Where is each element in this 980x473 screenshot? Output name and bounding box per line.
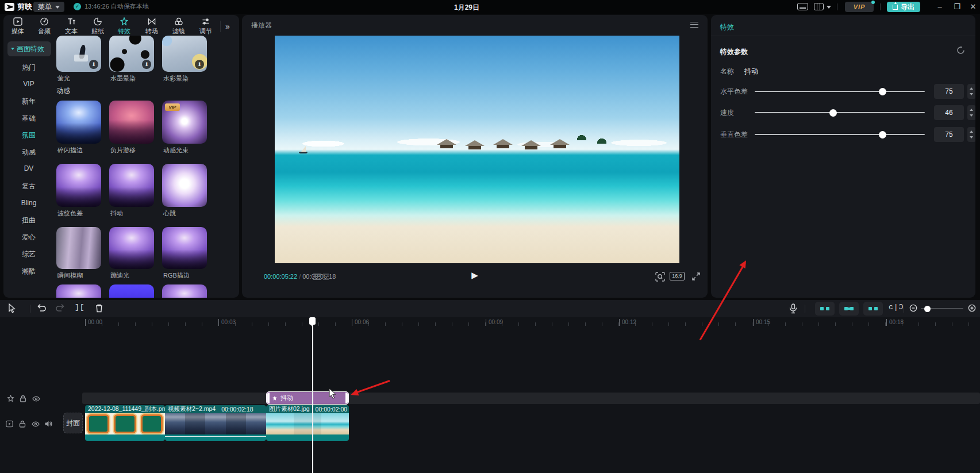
timeline-clip-png[interactable]: 2022-12-08_111449_副本.png 00:0 xyxy=(85,405,165,441)
export-button[interactable]: 导出 xyxy=(887,2,920,12)
playhead[interactable] xyxy=(312,317,313,473)
value-stepper[interactable] xyxy=(967,127,975,142)
hide-track-icon[interactable] xyxy=(32,420,40,430)
sidebar-item-dv[interactable]: DV xyxy=(3,164,54,172)
sidebar-item-variety[interactable]: 综艺 xyxy=(3,249,54,259)
layout-switch-icon[interactable] xyxy=(814,3,824,10)
effect-name: 动感光束 xyxy=(163,146,213,155)
effect-card[interactable] xyxy=(109,284,154,298)
link-clips-toggle[interactable] xyxy=(863,302,883,316)
record-voiceover-icon[interactable] xyxy=(789,303,798,316)
sidebar-item-love[interactable]: 爱心 xyxy=(3,233,54,243)
redo-icon[interactable] xyxy=(55,303,65,315)
clip-label: 图片素材02.jpg 00:00:02:00 xyxy=(266,405,349,413)
auto-snap-toggle[interactable] xyxy=(839,302,859,316)
frame-preview-icon[interactable] xyxy=(313,274,321,280)
vip-button[interactable]: VIP xyxy=(845,2,874,12)
timeline-toolbar: ][ c|Ɔ xyxy=(0,300,980,317)
slider-value-input[interactable]: 75 xyxy=(934,84,964,99)
sidebar-item-dynamic[interactable]: 动感 xyxy=(3,148,54,157)
play-button[interactable]: ▶ xyxy=(471,270,478,280)
reset-icon[interactable] xyxy=(956,46,965,55)
slider-track[interactable] xyxy=(755,134,925,135)
playhead-handle[interactable] xyxy=(309,317,316,325)
effect-card[interactable] xyxy=(109,101,154,144)
value-stepper[interactable] xyxy=(967,84,975,99)
split-clip-icon[interactable]: ][ xyxy=(75,303,85,312)
effect-card[interactable]: ⬇ xyxy=(109,36,154,72)
value-stepper[interactable] xyxy=(967,105,975,120)
maximize-button[interactable]: ❐ xyxy=(950,0,964,14)
effect-name: 萤光 xyxy=(57,74,107,83)
aspect-ratio-button[interactable]: 16:9 xyxy=(670,272,685,280)
preview-quality-icon[interactable] xyxy=(655,272,665,284)
effect-track[interactable] xyxy=(82,393,980,404)
tab-effects[interactable]: 特效 xyxy=(112,17,137,36)
sidebar-item-basic[interactable]: 基础 xyxy=(3,114,54,124)
tab-adjust[interactable]: 调节 xyxy=(193,17,218,36)
select-tool-icon[interactable] xyxy=(8,303,17,316)
minimize-button[interactable]: – xyxy=(932,0,947,14)
mute-track-icon[interactable] xyxy=(44,420,52,430)
zoom-in-icon[interactable] xyxy=(968,304,977,315)
effect-card[interactable] xyxy=(162,227,207,269)
effect-card[interactable]: ⬇ xyxy=(56,36,101,72)
slider-handle[interactable] xyxy=(879,131,886,139)
sidebar-item-cool[interactable]: 潮酷 xyxy=(3,267,54,276)
tab-sticker[interactable]: 贴纸 xyxy=(85,17,110,36)
menu-button[interactable]: 菜单 xyxy=(33,2,64,12)
timeline-ruler[interactable]: 00:00 00:03 00:06 00:09 00:12 00:15 00:1… xyxy=(0,317,980,329)
delete-icon[interactable] xyxy=(95,303,103,315)
effect-card[interactable] xyxy=(162,164,207,207)
zoom-slider-handle[interactable] xyxy=(924,306,931,312)
timeline-clip-mp4[interactable]: 视频素材2~2.mp4 00:00:02:18 xyxy=(165,405,266,441)
tab-audio[interactable]: 音频 xyxy=(32,17,57,36)
tab-transition[interactable]: 转场 xyxy=(139,17,164,36)
divider xyxy=(805,305,805,313)
cover-button[interactable]: 封面 xyxy=(63,413,83,433)
lock-track-icon[interactable] xyxy=(20,394,26,405)
timeline-area[interactable]: 00:00 00:03 00:06 00:09 00:12 00:15 00:1… xyxy=(0,317,980,473)
slider-handle[interactable] xyxy=(829,109,837,117)
effect-card[interactable] xyxy=(56,227,101,269)
timeline-zoom-slider[interactable] xyxy=(921,308,963,309)
sidebar-item-bling[interactable]: Bling xyxy=(3,199,54,207)
sidebar-item-distort[interactable]: 扭曲 xyxy=(3,216,54,225)
undo-icon[interactable] xyxy=(37,303,47,315)
tab-filter[interactable]: 滤镜 xyxy=(166,17,191,36)
sidebar-item-hot[interactable]: 热门 xyxy=(3,63,54,72)
tab-text[interactable]: 文本 xyxy=(59,17,84,36)
slider-value-input[interactable]: 46 xyxy=(934,105,964,120)
hide-track-icon[interactable] xyxy=(32,394,40,405)
shortcut-keys-icon[interactable] xyxy=(797,3,808,10)
sidebar-item-atmosphere[interactable]: 氛围 xyxy=(3,130,54,140)
chevron-down-icon[interactable] xyxy=(827,6,831,9)
sidebar-item-newyear[interactable]: 新年 xyxy=(3,97,54,106)
effect-card[interactable] xyxy=(109,164,154,207)
effect-card[interactable] xyxy=(56,164,101,207)
slider-track[interactable] xyxy=(755,112,925,113)
sidebar-item-vip[interactable]: VIP xyxy=(3,80,54,88)
slider-track[interactable] xyxy=(755,91,925,92)
category-group-selector[interactable]: 画面特效 xyxy=(7,41,51,56)
effect-card[interactable]: ⬇ xyxy=(162,36,207,72)
zoom-out-icon[interactable] xyxy=(909,304,918,315)
effect-card[interactable] xyxy=(56,284,101,298)
effect-card[interactable]: VIP xyxy=(162,101,207,144)
video-track-icon xyxy=(6,420,13,430)
preview-axis-icon[interactable]: c|Ɔ xyxy=(889,303,904,312)
sidebar-item-retro[interactable]: 复古 xyxy=(3,182,54,191)
timeline-clip-jpg[interactable]: 图片素材02.jpg 00:00:02:00 xyxy=(266,405,349,441)
effect-card[interactable] xyxy=(109,227,154,269)
slider-value-input[interactable]: 75 xyxy=(934,127,964,142)
fullscreen-icon[interactable] xyxy=(691,272,701,283)
close-button[interactable]: ✕ xyxy=(966,0,980,14)
tab-media[interactable]: 媒体 xyxy=(5,17,30,36)
player-menu-icon[interactable] xyxy=(690,22,698,28)
main-track-magnet-toggle[interactable] xyxy=(815,302,835,316)
lock-track-icon[interactable] xyxy=(19,420,26,430)
effect-card[interactable] xyxy=(162,284,207,298)
more-tabs-button[interactable]: » xyxy=(225,22,229,31)
effect-card[interactable] xyxy=(56,101,101,144)
slider-handle[interactable] xyxy=(879,88,886,95)
